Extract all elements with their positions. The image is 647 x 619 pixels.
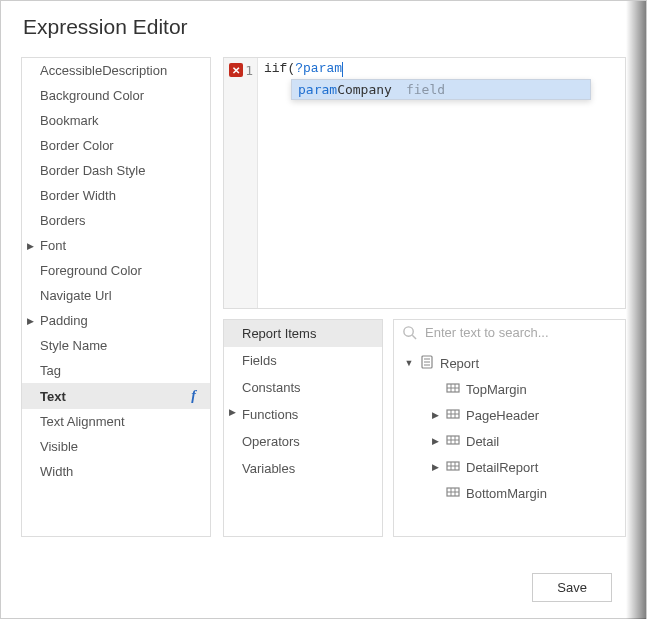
category-item[interactable]: Constants	[224, 374, 382, 401]
property-item[interactable]: Background Color	[22, 83, 210, 108]
property-item[interactable]: Textf	[22, 383, 210, 409]
property-label: Font	[40, 238, 66, 253]
expression-editor-dialog: Expression Editor AccessibleDescriptionB…	[0, 0, 647, 619]
chevron-icon[interactable]: ▶	[430, 436, 440, 446]
category-item[interactable]: Functions	[224, 401, 382, 428]
tree-node-label: TopMargin	[466, 382, 527, 397]
dialog-title: Expression Editor	[1, 1, 646, 57]
dialog-content: AccessibleDescriptionBackground ColorBoo…	[1, 57, 646, 537]
property-label: Style Name	[40, 338, 107, 353]
property-label: Border Dash Style	[40, 163, 146, 178]
property-item[interactable]: Navigate Url	[22, 283, 210, 308]
svg-point-0	[404, 327, 413, 336]
tree-node[interactable]: BottomMargin	[394, 480, 625, 506]
tree-body[interactable]: ▼ReportTopMargin▶PageHeader▶Detail▶Detai…	[394, 346, 625, 510]
tree-node[interactable]: TopMargin	[394, 376, 625, 402]
chevron-icon[interactable]: ▶	[430, 462, 440, 472]
text-caret	[342, 62, 343, 77]
bottom-row: Report ItemsFieldsConstantsFunctionsOper…	[223, 319, 626, 537]
error-icon: ✕	[229, 63, 243, 77]
right-column: ✕ 1 iif(?param paramCompany field Report	[223, 57, 626, 537]
property-label: Padding	[40, 313, 88, 328]
property-item[interactable]: Tag	[22, 358, 210, 383]
tree-node-label: Report	[440, 356, 479, 371]
band-icon	[446, 433, 460, 450]
property-item[interactable]: Text Alignment	[22, 409, 210, 434]
items-tree-panel: ▼ReportTopMargin▶PageHeader▶Detail▶Detai…	[393, 319, 626, 537]
autocomplete-type: field	[406, 82, 445, 97]
property-label: Visible	[40, 439, 78, 454]
property-item[interactable]: Style Name	[22, 333, 210, 358]
chevron-icon[interactable]: ▶	[430, 410, 440, 420]
categories-list[interactable]: Report ItemsFieldsConstantsFunctionsOper…	[223, 319, 383, 537]
category-item[interactable]: Variables	[224, 455, 382, 482]
dialog-footer: Save	[532, 573, 612, 602]
chevron-icon[interactable]: ▼	[404, 358, 414, 368]
svg-line-1	[412, 335, 416, 339]
line-number: 1	[245, 63, 253, 78]
property-label: Foreground Color	[40, 263, 142, 278]
property-item[interactable]: Border Dash Style	[22, 158, 210, 183]
property-item[interactable]: Borders	[22, 208, 210, 233]
tree-node[interactable]: ▶DetailReport	[394, 454, 625, 480]
property-label: Border Color	[40, 138, 114, 153]
tree-node-label: DetailReport	[466, 460, 538, 475]
category-item[interactable]: Fields	[224, 347, 382, 374]
tree-node-label: BottomMargin	[466, 486, 547, 501]
autocomplete-rest: Company	[337, 82, 392, 97]
band-icon	[446, 485, 460, 502]
property-item[interactable]: Padding	[22, 308, 210, 333]
property-item[interactable]: Font	[22, 233, 210, 258]
category-item[interactable]: Report Items	[224, 320, 382, 347]
code-token-typed: param	[303, 61, 342, 76]
code-editor[interactable]: ✕ 1 iif(?param paramCompany field	[223, 57, 626, 309]
property-item[interactable]: Border Width	[22, 183, 210, 208]
autocomplete-popup[interactable]: paramCompany field	[291, 79, 591, 100]
search-input[interactable]	[425, 325, 617, 340]
property-item[interactable]: Width	[22, 459, 210, 484]
property-label: Bookmark	[40, 113, 99, 128]
band-icon	[446, 407, 460, 424]
tree-node-label: PageHeader	[466, 408, 539, 423]
property-item[interactable]: Visible	[22, 434, 210, 459]
autocomplete-item[interactable]: paramCompany field	[292, 80, 590, 99]
search-row	[394, 320, 625, 346]
fx-icon: f	[191, 388, 202, 404]
code-token-fn: iif	[264, 61, 287, 76]
property-label: Border Width	[40, 188, 116, 203]
tree-node-label: Detail	[466, 434, 499, 449]
property-label: Width	[40, 464, 73, 479]
property-label: Borders	[40, 213, 86, 228]
category-item[interactable]: Operators	[224, 428, 382, 455]
property-label: Background Color	[40, 88, 144, 103]
tree-node[interactable]: ▶Detail	[394, 428, 625, 454]
code-gutter: ✕ 1	[224, 58, 258, 308]
report-icon	[420, 355, 434, 372]
autocomplete-match: param	[298, 82, 337, 97]
properties-list[interactable]: AccessibleDescriptionBackground ColorBoo…	[21, 57, 211, 537]
property-item[interactable]: AccessibleDescription	[22, 58, 210, 83]
code-token-qmark: ?	[295, 61, 303, 76]
property-label: Tag	[40, 363, 61, 378]
property-label: Text	[40, 389, 66, 404]
property-item[interactable]: Border Color	[22, 133, 210, 158]
tree-node[interactable]: ▶PageHeader	[394, 402, 625, 428]
code-body[interactable]: iif(?param paramCompany field	[258, 58, 625, 308]
search-icon	[402, 325, 417, 340]
tree-node[interactable]: ▼Report	[394, 350, 625, 376]
property-item[interactable]: Foreground Color	[22, 258, 210, 283]
property-label: AccessibleDescription	[40, 63, 167, 78]
property-label: Navigate Url	[40, 288, 112, 303]
band-icon	[446, 459, 460, 476]
save-button[interactable]: Save	[532, 573, 612, 602]
band-icon	[446, 381, 460, 398]
property-item[interactable]: Bookmark	[22, 108, 210, 133]
property-label: Text Alignment	[40, 414, 125, 429]
